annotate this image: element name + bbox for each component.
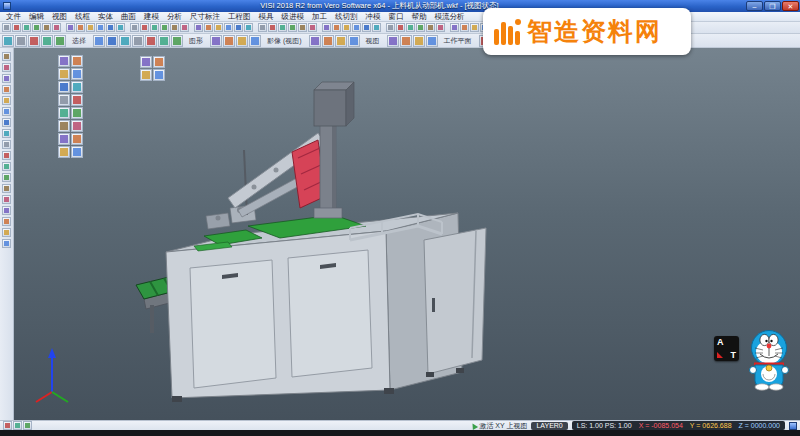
toolbar-icon[interactable]: [2, 184, 11, 193]
toolbar-icon[interactable]: [436, 23, 445, 32]
toolbar-icon[interactable]: [2, 195, 11, 204]
toolbar-icon[interactable]: [58, 81, 70, 93]
toolbar-icon[interactable]: [42, 23, 51, 32]
toolbar-icon[interactable]: [362, 23, 371, 32]
toolbar-icon[interactable]: [223, 35, 235, 47]
toolbar-icon[interactable]: [153, 56, 165, 68]
toolbar-icon[interactable]: [426, 35, 438, 47]
close-button[interactable]: ✕: [782, 1, 799, 11]
toolbar-icon[interactable]: [140, 56, 152, 68]
toolbar-icon[interactable]: [288, 23, 297, 32]
toolbar-icon[interactable]: [13, 421, 22, 430]
toolbar-icon[interactable]: [96, 23, 105, 32]
menu-item[interactable]: 编辑: [25, 12, 48, 22]
toolbar-icon[interactable]: [309, 35, 321, 47]
machine-3d-model[interactable]: [14, 48, 800, 420]
toolbar-icon[interactable]: [58, 133, 70, 145]
toolbar-icon[interactable]: [2, 217, 11, 226]
toolbar-icon[interactable]: [372, 23, 381, 32]
menu-item[interactable]: 窗口: [385, 12, 408, 22]
toolbar-icon[interactable]: [28, 35, 40, 47]
toolbar-icon[interactable]: [2, 228, 11, 237]
cabinet-right-door[interactable]: [288, 250, 372, 377]
toolbar-icon[interactable]: [170, 23, 179, 32]
toolbar-icon[interactable]: [204, 23, 213, 32]
toolbar-icon[interactable]: [460, 23, 469, 32]
toolbar-icon[interactable]: [86, 23, 95, 32]
toolbar-icon[interactable]: [450, 23, 459, 32]
status-end-icon[interactable]: [789, 422, 797, 430]
toolbar-icon[interactable]: [145, 35, 157, 47]
toolbar-icon[interactable]: [132, 35, 144, 47]
toolbar-icon[interactable]: [58, 94, 70, 106]
toolbar-icon[interactable]: [153, 69, 165, 81]
toolbar-icon[interactable]: [23, 421, 32, 430]
toolbar-icon[interactable]: [2, 151, 11, 160]
toolbar-icon[interactable]: [32, 23, 41, 32]
toolbar-icon[interactable]: [71, 133, 83, 145]
toolbar-icon[interactable]: [106, 23, 115, 32]
toolbar-icon[interactable]: [322, 35, 334, 47]
toolbar-icon[interactable]: [387, 35, 399, 47]
menu-item[interactable]: 帮助: [408, 12, 431, 22]
maximize-button[interactable]: ❐: [764, 1, 781, 11]
toolbar-icon[interactable]: [470, 23, 479, 32]
toolbar-icon[interactable]: [119, 35, 131, 47]
toolbar-icon[interactable]: [106, 35, 118, 47]
toolbar-icon[interactable]: [12, 23, 21, 32]
toolbar-icon[interactable]: [396, 23, 405, 32]
viewport-3d[interactable]: A T: [14, 48, 800, 420]
toolbar-icon[interactable]: [416, 23, 425, 32]
menu-item[interactable]: 分析: [163, 12, 186, 22]
toolbar-icon[interactable]: [298, 23, 307, 32]
toolbar-icon[interactable]: [426, 23, 435, 32]
toolbar-icon[interactable]: [2, 118, 11, 127]
toolbar-icon[interactable]: [58, 107, 70, 119]
toolbar-icon[interactable]: [210, 35, 222, 47]
toolbar-icon[interactable]: [322, 23, 331, 32]
toolbar-icon[interactable]: [413, 35, 425, 47]
toolbar-icon[interactable]: [71, 68, 83, 80]
toolbar-icon[interactable]: [332, 23, 341, 32]
toolbar-icon[interactable]: [2, 23, 11, 32]
toolbar-icon[interactable]: [342, 23, 351, 32]
toolbar-icon[interactable]: [71, 120, 83, 132]
toolbar-icon[interactable]: [2, 162, 11, 171]
layer-badge[interactable]: LAYER0: [531, 422, 567, 430]
toolbar-icon[interactable]: [2, 63, 11, 72]
toolbar-icon[interactable]: [150, 23, 159, 32]
toolbar-icon[interactable]: [140, 69, 152, 81]
toolbar-icon[interactable]: [71, 107, 83, 119]
toolbar-icon[interactable]: [58, 55, 70, 67]
toolbar-icon[interactable]: [2, 173, 11, 182]
toolbar-icon[interactable]: [236, 35, 248, 47]
toolbar-icon[interactable]: [406, 23, 415, 32]
toolbar-icon[interactable]: [52, 23, 61, 32]
menu-item[interactable]: 模具: [255, 12, 278, 22]
toolbar-icon[interactable]: [249, 35, 261, 47]
toolbar-icon[interactable]: [2, 107, 11, 116]
toolbar-icon[interactable]: [2, 206, 11, 215]
toolbar-icon[interactable]: [278, 23, 287, 32]
menu-item[interactable]: 线切割: [331, 12, 362, 22]
toolbar-icon[interactable]: [93, 35, 105, 47]
toolbar-icon[interactable]: [2, 129, 11, 138]
toolbar-icon[interactable]: [15, 35, 27, 47]
toolbar-icon[interactable]: [258, 23, 267, 32]
toolbar-icon[interactable]: [348, 35, 360, 47]
toolbar-icon[interactable]: [214, 23, 223, 32]
toolbar-icon[interactable]: [140, 23, 149, 32]
vertical-post[interactable]: [314, 82, 354, 218]
toolbar-icon[interactable]: [194, 23, 203, 32]
toolbar-icon[interactable]: [54, 35, 66, 47]
menu-item[interactable]: 工程图: [224, 12, 255, 22]
toolbar-icon[interactable]: [308, 23, 317, 32]
toolbar-icon[interactable]: [71, 55, 83, 67]
toolbar-icon[interactable]: [244, 23, 253, 32]
toolbar-icon[interactable]: [400, 35, 412, 47]
active-view-indicator[interactable]: 激活 XY 上视图: [471, 421, 527, 431]
menu-item[interactable]: 级进模: [278, 12, 309, 22]
toolbar-icon[interactable]: [3, 421, 12, 430]
toolbar-icon[interactable]: [76, 23, 85, 32]
toolbar-icon[interactable]: [2, 52, 11, 61]
